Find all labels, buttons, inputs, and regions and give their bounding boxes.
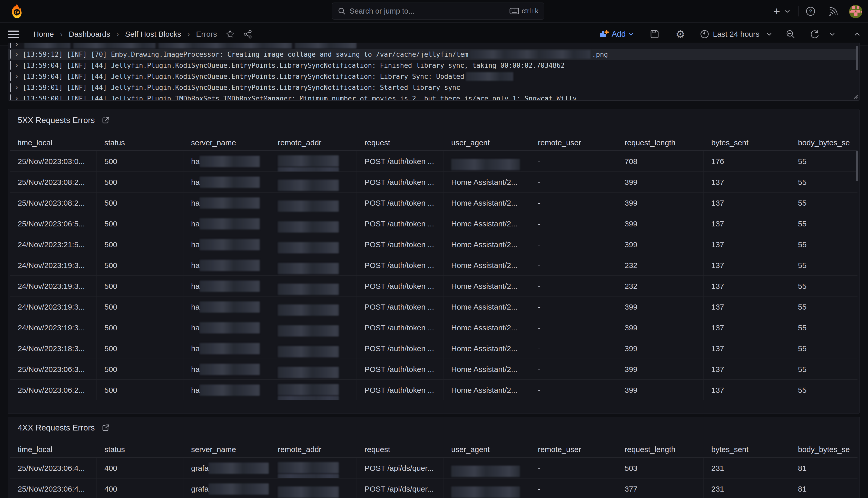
log-scrollbar[interactable] <box>856 46 858 70</box>
cell-bytes-sent: 176 <box>704 151 790 171</box>
cell-remote-user: - <box>530 359 617 379</box>
new-plus-button[interactable]: + <box>771 0 783 23</box>
help-icon[interactable]: ? <box>804 0 817 23</box>
breadcrumb-current: Errors <box>196 30 217 39</box>
svg-text:?: ? <box>809 8 812 14</box>
column-header-server_name[interactable]: server_name <box>184 135 270 150</box>
log-line[interactable]: ›[13:59:04] [INF] [44] Jellyfin.Plugin.K… <box>8 60 857 71</box>
cell-request-length: 232 <box>617 255 704 275</box>
redacted-text <box>278 155 339 167</box>
redacted-text <box>208 462 269 474</box>
refresh-icon[interactable] <box>810 29 819 39</box>
log-message: [13:59:04] [INF] [44] Jellyfin.Plugin.Ko… <box>23 62 565 69</box>
cell-body-bytes-sent: 55 <box>790 359 857 379</box>
column-header-remote_user[interactable]: remote_user <box>530 135 617 150</box>
table-row: 24/Nov/2023:18:3...500haPOST /auth/token… <box>10 338 857 358</box>
log-expand-chevron-icon[interactable]: › <box>14 43 19 48</box>
breadcrumb-home[interactable]: Home <box>33 30 54 39</box>
panel-header[interactable]: 4XX Requests Errors <box>18 423 110 433</box>
panel-resize-handle[interactable] <box>852 93 858 99</box>
log-line[interactable]: ›[13:59:12] [INF] [70] Emby.Drawing.Imag… <box>8 49 857 60</box>
add-label: Add <box>611 29 626 39</box>
cell-server-name: ha <box>184 151 270 171</box>
column-header-request[interactable]: request <box>357 442 444 457</box>
column-header-request_length[interactable]: request_length <box>617 135 704 150</box>
cell-bytes-sent: 137 <box>704 193 790 213</box>
column-header-body_bytes_se[interactable]: body_bytes_se <box>790 135 857 150</box>
redacted-text <box>278 346 339 357</box>
log-expand-chevron-icon[interactable]: › <box>14 95 19 101</box>
table-scrollbar[interactable] <box>856 151 858 181</box>
redacted-text <box>278 396 339 400</box>
table-body: 25/Nov/2023:06:4...400grafaPOST /api/ds/… <box>10 457 857 498</box>
refresh-interval-chevron-icon[interactable] <box>830 32 835 36</box>
cell-body-bytes-sent: 55 <box>790 172 857 192</box>
log-expand-chevron-icon[interactable]: › <box>14 62 19 69</box>
breadcrumb-dashboards[interactable]: Dashboards <box>69 30 110 39</box>
column-header-request[interactable]: request <box>357 135 444 150</box>
table-row: 24/Nov/2023:21:5...500haPOST /auth/token… <box>10 234 857 255</box>
cell-body-bytes-sent: 55 <box>790 255 857 275</box>
news-rss-icon[interactable] <box>827 0 840 23</box>
panel-header[interactable]: 5XX Requests Errors <box>18 116 110 125</box>
save-dashboard-icon[interactable] <box>650 29 659 39</box>
search-input[interactable]: Search or jump to... ctrl+k <box>332 3 544 19</box>
zoom-out-icon[interactable] <box>786 29 796 39</box>
log-line[interactable]: ›[13:59:00] [INF] [44] Jellyfin.Plugin.T… <box>8 93 857 101</box>
cell-user-agent: Home Assistant/2... <box>444 213 530 234</box>
external-link-icon[interactable] <box>101 424 110 432</box>
column-header-status[interactable]: status <box>97 442 184 457</box>
cell-remote-user: - <box>530 317 617 338</box>
redacted-text <box>278 462 339 473</box>
log-message: [13:59:04] [INF] [44] Jellyfin.Plugin.Ko… <box>23 73 464 80</box>
column-header-bytes_sent[interactable]: bytes_sent <box>704 442 790 457</box>
log-expand-chevron-icon[interactable]: › <box>14 84 19 91</box>
column-header-remote_addr[interactable]: remote_addr <box>270 135 357 150</box>
log-line[interactable]: ›[13:59:01] [INF] [44] Jellyfin.Plugin.K… <box>8 82 857 93</box>
external-link-icon[interactable] <box>101 116 110 124</box>
column-header-user_agent[interactable]: user_agent <box>444 442 530 457</box>
log-line[interactable]: ›[13:59:04] [INF] [44] Jellyfin.Plugin.K… <box>8 71 857 82</box>
column-header-request_length[interactable]: request_length <box>617 442 704 457</box>
log-expand-chevron-icon[interactable]: › <box>14 51 19 58</box>
column-header-remote_user[interactable]: remote_user <box>530 442 617 457</box>
log-message: [13:59:12] [INF] [70] Emby.Drawing.Image… <box>23 51 469 58</box>
cell-request: POST /auth/token ... <box>357 338 444 358</box>
column-header-server_name[interactable]: server_name <box>184 442 270 457</box>
redacted-text <box>200 260 260 271</box>
cell-remote-addr <box>270 151 357 171</box>
column-header-time_local[interactable]: time_local <box>10 442 97 457</box>
cell-request: POST /auth/token ... <box>357 297 444 317</box>
cell-time-local: 25/Nov/2023:06:4... <box>10 458 97 478</box>
column-header-time_local[interactable]: time_local <box>10 135 97 150</box>
new-chevron-down-icon[interactable] <box>783 0 792 23</box>
column-header-bytes_sent[interactable]: bytes_sent <box>704 135 790 150</box>
cell-remote-addr <box>270 380 357 400</box>
column-header-user_agent[interactable]: user_agent <box>444 135 530 150</box>
log-expand-chevron-icon[interactable]: › <box>14 73 19 80</box>
collapse-toolbar-chevron-icon[interactable] <box>854 32 860 36</box>
redacted-text <box>208 483 269 495</box>
add-button[interactable]: Add <box>600 29 633 39</box>
cell-bytes-sent: 231 <box>704 479 790 498</box>
user-avatar[interactable] <box>849 5 862 18</box>
cell-time-local: 24/Nov/2023:21:5... <box>10 234 97 255</box>
redacted-text <box>200 239 260 250</box>
column-header-remote_addr[interactable]: remote_addr <box>270 442 357 457</box>
cell-request-length: 232 <box>617 276 704 296</box>
favorite-star-icon[interactable] <box>226 30 234 39</box>
log-level-bar <box>10 94 11 101</box>
cell-remote-addr <box>270 338 357 358</box>
breadcrumb-folder[interactable]: Self Host Blocks <box>125 30 181 39</box>
menu-hamburger-icon[interactable] <box>8 28 19 40</box>
column-header-status[interactable]: status <box>97 135 184 150</box>
dashboard-settings-gear-icon[interactable]: ⚙ <box>676 28 686 41</box>
time-range-picker[interactable]: Last 24 hours <box>700 29 772 39</box>
cell-request: POST /auth/token ... <box>357 234 444 255</box>
cell-time-local: 24/Nov/2023:19:3... <box>10 317 97 338</box>
grafana-logo-icon[interactable] <box>11 4 23 19</box>
cell-bytes-sent: 137 <box>704 297 790 317</box>
share-icon[interactable] <box>243 29 253 39</box>
column-header-body_bytes_se[interactable]: body_bytes_se <box>790 442 857 457</box>
cell-status: 500 <box>97 234 184 255</box>
